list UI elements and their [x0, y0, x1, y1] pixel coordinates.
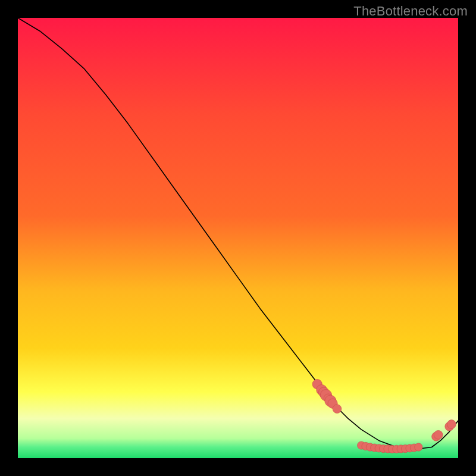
- data-marker: [447, 420, 456, 429]
- chart-stage: TheBottleneck.com: [0, 0, 476, 476]
- data-marker: [434, 430, 443, 439]
- data-marker: [415, 443, 422, 451]
- plot-area: [18, 18, 458, 458]
- data-marker: [333, 405, 342, 414]
- chart-svg: [18, 18, 458, 458]
- watermark-text: TheBottleneck.com: [353, 4, 468, 19]
- gradient-bg: [18, 18, 458, 458]
